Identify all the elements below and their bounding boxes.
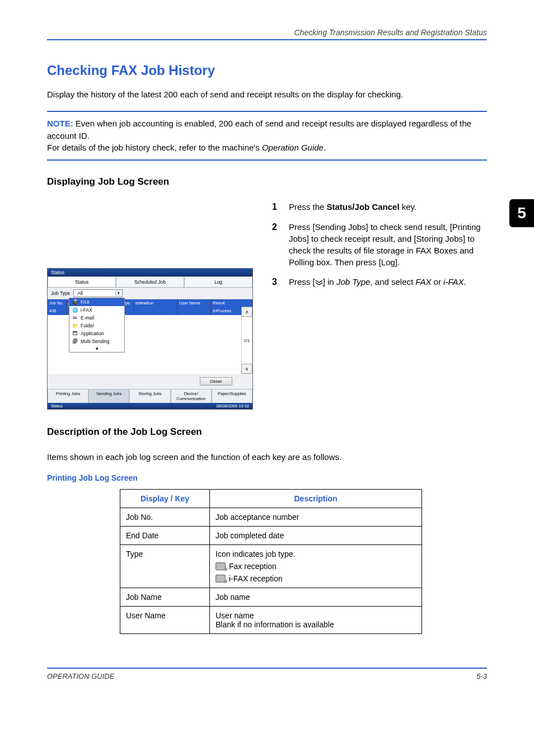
intro-paragraph: Display the history of the latest 200 ea… (47, 88, 487, 101)
detail-button[interactable]: Detail (200, 377, 232, 386)
note-guide-ref: Operation Guide (262, 143, 324, 152)
table-row: End Date Job completed date (120, 526, 422, 544)
cell-key: User Name (120, 606, 210, 633)
col-result: Result (211, 299, 252, 307)
cell-val: Icon indicates job type. Fax reception i… (210, 544, 422, 588)
app-icon: 🗔 (72, 331, 78, 336)
tab-paper-supplies[interactable]: Paper/Supplies (212, 389, 252, 403)
section-heading-display: Displaying Job Log Screen (47, 176, 487, 187)
bottom-tab-bar: Printing Jobs Sending Jobs Storing Jobs … (48, 389, 252, 403)
chevron-down-icon[interactable]: ▾ (115, 290, 121, 296)
step-number: 3 (272, 276, 281, 288)
menu-item-ifax[interactable]: 🌐i-FAX (69, 306, 124, 314)
cell-user (177, 307, 211, 315)
step-3-post: . (464, 277, 466, 287)
menu-item-email[interactable]: ✉E-mail (69, 314, 124, 322)
note-label: NOTE: (47, 119, 73, 128)
fax-reception-icon (216, 562, 226, 570)
running-header: Checking Transmission Results and Regist… (47, 28, 487, 40)
description-lead: Items shown in each job log screen and t… (47, 451, 487, 463)
step-3-em1: Job Type (336, 277, 371, 287)
table-row: User Name User name Blank if no informat… (120, 606, 422, 633)
table-row: Type Icon indicates job type. Fax recept… (120, 544, 422, 588)
description-table: Display / Key Description Job No. Job ac… (120, 489, 422, 634)
tab-scheduled[interactable]: Scheduled Job (116, 276, 184, 287)
section-heading-description: Description of the Job Log Screen (47, 426, 487, 438)
cell-val: Job acceptance number (210, 508, 422, 526)
step-3-mid3: or (431, 277, 443, 287)
type-fax: Fax reception (229, 562, 277, 571)
status-footer-time: 08/08/2009 10:10 (217, 403, 249, 408)
menu-item-multisend[interactable]: 🗐Multi Sending (69, 337, 124, 345)
page-title: Checking FAX Job History (47, 63, 487, 78)
step-1: 1 Press the Status/Job Cancel key. (272, 201, 487, 213)
scroll-up-button[interactable]: ∧ (241, 307, 252, 317)
cell-key: Job No. (120, 508, 210, 526)
fax-icon: 📠 (72, 299, 78, 305)
type-intro: Icon indicates job type. (216, 550, 295, 558)
cell-val: User name Blank if no information is ava… (210, 606, 422, 633)
jobtype-menu: 📠FAX 🌐i-FAX ✉E-mail 📁Folder 🗔Application… (69, 298, 125, 353)
tab-log[interactable]: Log (184, 276, 252, 287)
footer-left: OPERATION GUIDE (47, 672, 114, 680)
page-indicator: 1/1 (241, 317, 252, 364)
step-1-pre: Press the (289, 202, 327, 212)
ifax-icon: 🌐 (72, 307, 78, 313)
col-dest: estination (134, 299, 177, 307)
table-title: Printing Job Log Screen (47, 473, 487, 482)
step-2-text: Press [Sending Jobs] to check send resul… (289, 221, 487, 268)
cell-val: Job completed date (210, 526, 422, 544)
scroll-down-button[interactable]: ∨ (241, 364, 252, 374)
step-3-em2: FAX (415, 277, 431, 287)
tab-printing-jobs[interactable]: Printing Jobs (48, 389, 88, 403)
step-3: 3 Press [] in Job Type, and select FAX o… (272, 276, 487, 288)
cell-key: Type (120, 544, 210, 588)
menu-item-fax[interactable]: 📠FAX (69, 298, 124, 306)
table-row: Job No. Job acceptance number (120, 508, 422, 526)
note-text-1: Even when job accounting is enabled, 200… (47, 119, 471, 140)
cell-val: Job name (210, 588, 422, 606)
note-text-2b: . (324, 143, 326, 152)
page-footer: OPERATION GUIDE 5-3 (47, 668, 487, 680)
step-number: 1 (272, 201, 281, 213)
jobtype-selected: All (77, 290, 82, 296)
cell-key: End Date (120, 526, 210, 544)
th-display-key: Display / Key (120, 489, 210, 508)
multisend-icon: 🗐 (72, 339, 78, 344)
tab-status[interactable]: Status (48, 276, 116, 287)
top-tab-bar: Status Scheduled Job Log (48, 276, 252, 288)
step-1-bold: Status/Job Cancel (327, 202, 400, 212)
ifax-reception-icon (216, 575, 226, 583)
jobtype-label: Job Type (51, 290, 70, 296)
step-number: 2 (272, 221, 281, 268)
cell-key: Job Name (120, 588, 210, 606)
tab-sending-jobs[interactable]: Sending Jobs (88, 389, 129, 403)
jobtype-dropdown[interactable]: All ▾ (73, 289, 123, 297)
footer-right: 5-3 (476, 672, 487, 680)
th-description: Description (210, 489, 422, 508)
tab-device-comm[interactable]: Device/ Communication (171, 389, 212, 403)
note-text-2a: For details of the job history check, re… (47, 143, 262, 152)
steps-list: 1 Press the Status/Job Cancel key. 2 Pre… (272, 201, 487, 289)
tab-storing-jobs[interactable]: Storing Jobs (129, 389, 170, 403)
step-3-mid: ] in (323, 277, 336, 287)
status-screen: Status Status Scheduled Job Log Job Type… (47, 268, 253, 410)
menu-scroll-down[interactable]: ▾ (69, 345, 124, 352)
step-3-pre: Press [ (289, 277, 315, 287)
table-row: Job Name Job name (120, 588, 422, 606)
cell-dest (134, 307, 177, 315)
folder-icon: 📁 (72, 323, 78, 328)
chevron-down-icon (315, 280, 323, 285)
step-3-em3: i-FAX (443, 277, 463, 287)
chapter-tab: 5 (509, 199, 534, 227)
step-3-mid2: , and select (370, 277, 415, 287)
menu-item-application[interactable]: 🗔Application (69, 330, 124, 337)
window-titlebar: Status (48, 269, 252, 276)
note-block: NOTE: Even when job accounting is enable… (47, 111, 487, 161)
menu-item-folder[interactable]: 📁Folder (69, 322, 124, 330)
step-2: 2 Press [Sending Jobs] to check send res… (272, 221, 487, 268)
step-1-post: key. (400, 202, 417, 212)
col-jobno: Job No. (48, 299, 67, 307)
email-icon: ✉ (72, 315, 78, 321)
col-user: User Name (177, 299, 211, 307)
